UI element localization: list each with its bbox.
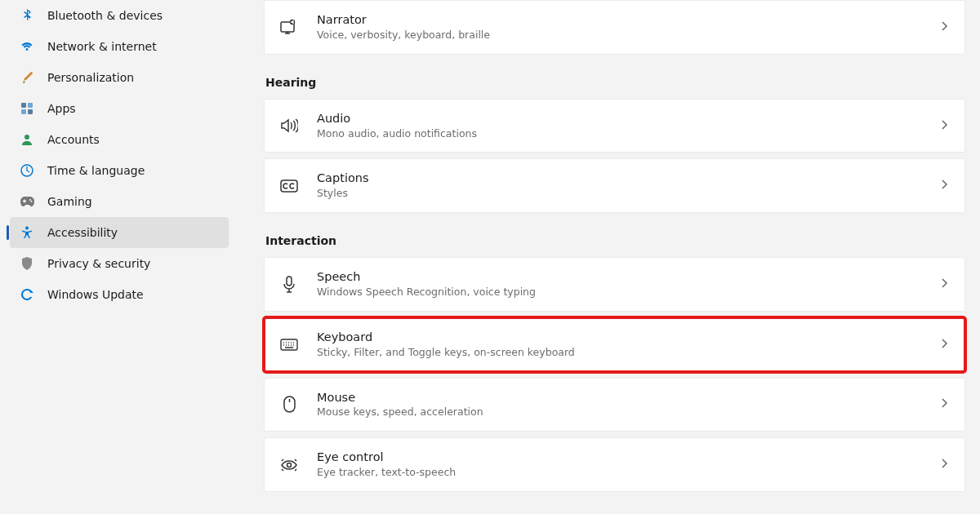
speaker-icon [279,116,299,135]
sidebar-item-apps[interactable]: Apps [10,93,229,124]
row-title: Audio [317,111,938,126]
row-title: Eye control [317,450,938,465]
row-title: Speech [317,269,938,285]
person-icon [20,132,34,147]
chevron-right-icon [938,20,950,35]
svg-rect-14 [284,397,295,412]
row-subtitle: Styles [317,187,938,201]
sidebar-item-label: Time & language [47,164,145,177]
microphone-icon [279,275,299,295]
main-content: Narrator Voice, verbosity, keyboard, bra… [237,0,980,514]
apps-icon [20,101,34,116]
update-icon [20,287,34,302]
sidebar-item-label: Network & internet [47,40,157,53]
row-text: Keyboard Sticky, Filter, and Toggle keys… [317,330,938,360]
setting-row-narrator[interactable]: Narrator Voice, verbosity, keyboard, bra… [264,0,965,55]
eye-icon [279,455,299,475]
sidebar-item-label: Personalization [47,71,134,84]
sidebar: Bluetooth & devices Network & internet P… [0,0,237,514]
setting-row-speech[interactable]: Speech Windows Speech Recognition, voice… [264,257,965,312]
sidebar-item-label: Apps [47,102,76,115]
sidebar-item-label: Privacy & security [47,257,150,270]
svg-rect-3 [28,109,33,114]
svg-point-4 [24,135,29,140]
chevron-right-icon [938,397,950,412]
row-title: Keyboard [317,330,938,345]
row-subtitle: Windows Speech Recognition, voice typing [317,286,938,299]
sidebar-item-label: Bluetooth & devices [47,9,163,22]
sidebar-item-update[interactable]: Windows Update [10,279,229,310]
row-title: Mouse [317,390,938,405]
row-title: Captions [317,171,938,186]
setting-row-eyecontrol[interactable]: Eye control Eye tracker, text-to-speech [264,437,965,492]
row-subtitle: Mono audio, audio notifications [317,127,938,141]
svg-point-15 [287,463,292,467]
row-title: Narrator [317,12,938,28]
setting-row-captions[interactable]: Captions Styles [264,158,965,213]
bluetooth-icon [20,8,34,23]
row-text: Speech Windows Speech Recognition, voice… [317,269,938,299]
chevron-right-icon [938,118,950,134]
chevron-right-icon [938,457,950,472]
svg-rect-2 [21,109,26,114]
sidebar-item-personalization[interactable]: Personalization [10,62,229,93]
row-subtitle: Mouse keys, speed, acceleration [317,405,938,419]
wifi-icon [20,39,34,54]
svg-rect-12 [287,277,292,286]
gamepad-icon [20,194,34,209]
sidebar-item-label: Gaming [47,195,92,208]
sidebar-item-label: Accounts [47,133,100,146]
setting-row-mouse[interactable]: Mouse Mouse keys, speed, acceleration [264,378,965,432]
globe-clock-icon [20,163,34,178]
row-subtitle: Sticky, Filter, and Toggle keys, on-scre… [317,346,938,360]
row-subtitle: Eye tracker, text-to-speech [317,466,938,480]
sidebar-item-label: Windows Update [47,288,144,301]
setting-row-audio[interactable]: Audio Mono audio, audio notifications [264,99,965,153]
sidebar-item-label: Accessibility [47,226,118,239]
captions-icon [279,176,299,196]
mouse-icon [279,395,299,414]
svg-rect-1 [28,103,33,108]
sidebar-item-network[interactable]: Network & internet [10,31,229,62]
chevron-right-icon [938,178,950,193]
section-header-interaction: Interaction [264,234,965,247]
narrator-icon [279,17,299,37]
row-text: Audio Mono audio, audio notifications [317,111,938,141]
svg-point-7 [30,201,32,202]
row-text: Mouse Mouse keys, speed, acceleration [317,390,938,420]
row-text: Narrator Voice, verbosity, keyboard, bra… [317,12,938,42]
setting-row-keyboard[interactable]: Keyboard Sticky, Filter, and Toggle keys… [264,317,965,372]
sidebar-item-accounts[interactable]: Accounts [10,124,229,155]
row-text: Eye control Eye tracker, text-to-speech [317,450,938,480]
shield-icon [20,256,34,271]
sidebar-item-privacy[interactable]: Privacy & security [10,248,229,279]
row-text: Captions Styles [317,171,938,201]
accessibility-icon [20,225,34,240]
brush-icon [20,70,34,85]
svg-point-6 [29,199,31,201]
sidebar-item-time[interactable]: Time & language [10,155,229,186]
keyboard-icon [279,335,299,354]
svg-point-8 [25,227,29,230]
chevron-right-icon [938,277,950,292]
sidebar-item-bluetooth[interactable]: Bluetooth & devices [10,0,229,31]
sidebar-item-accessibility[interactable]: Accessibility [10,217,229,248]
sidebar-item-gaming[interactable]: Gaming [10,186,229,217]
chevron-right-icon [938,337,950,352]
row-subtitle: Voice, verbosity, keyboard, braille [317,29,938,42]
section-header-hearing: Hearing [264,76,965,89]
svg-rect-0 [21,103,26,108]
